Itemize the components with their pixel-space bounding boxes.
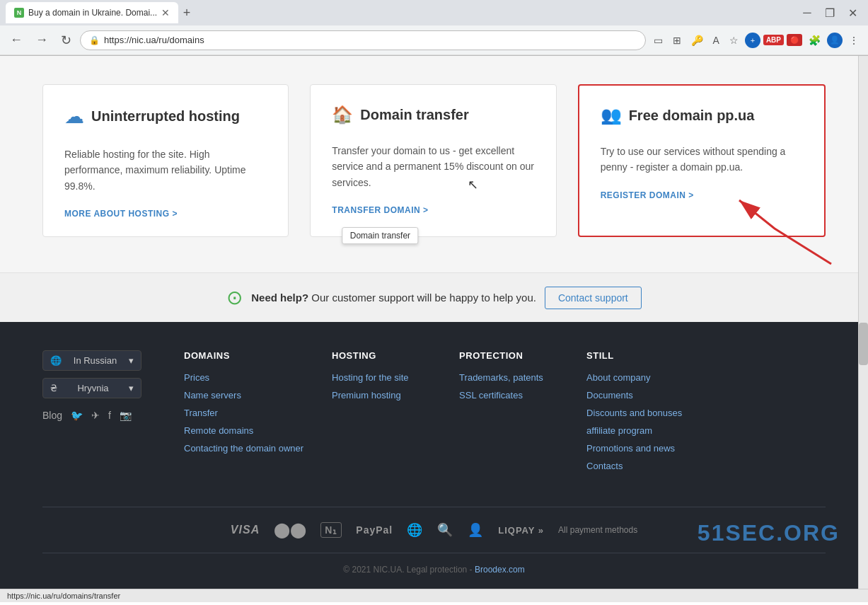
domain-transfer-card: 🏠 Domain transfer Transfer your domain t… [310,84,556,237]
footer-link-nameservers[interactable]: Name servers [184,390,303,401]
instagram-link[interactable]: 📷 [120,410,132,421]
status-url: https://nic.ua/ru/domains/transfer [7,592,120,600]
currency-icon: ₴ [50,383,57,393]
mastercard-logo: ⬤⬤ [274,522,306,538]
footer-top: 🌐 In Russian ▾ ₴ Hryvnia ▾ Blog 🐦 ✈ f 📷 [42,350,826,478]
domains-heading: DOMAINS [184,350,303,361]
broodex-link[interactable]: Broodex.com [475,565,525,575]
extensions-button[interactable]: 🧩 [805,33,824,48]
browser-content: ☁ Uninterrupted hosting Reliable hosting… [0,56,868,589]
maximize-button[interactable]: ❐ [820,3,840,23]
lang-label: In Russian [74,355,117,366]
telegram-link[interactable]: ✈ [91,410,100,421]
footer-link-hosting-site[interactable]: Hosting for the site [332,372,431,383]
free-domain-title: Free domain pp.ua [629,108,755,124]
hosting-heading: HOSTING [332,350,431,361]
extension-button-1[interactable]: + [745,33,760,48]
lang-chevron-icon: ▾ [129,355,134,366]
footer-link-discounts[interactable]: Discounts and bonuses [586,408,685,418]
footer-link-remote[interactable]: Remote domains [184,425,303,436]
currency-selector[interactable]: ₴ Hryvnia ▾ [42,378,141,398]
footer-link-transfer[interactable]: Transfer [184,408,303,418]
footer: 🌐 In Russian ▾ ₴ Hryvnia ▾ Blog 🐦 ✈ f 📷 [0,322,868,589]
help-bar: ⊙ Need help? Our customer support will b… [0,272,868,322]
globe-icon: 🌐 [50,355,62,366]
title-bar: N Buy a domain in Ukraine. Domai... ✕ + … [0,0,868,25]
translate-button[interactable]: A [710,33,723,48]
tab-grid-button[interactable]: ⊞ [669,33,685,48]
footer-link-affiliate[interactable]: affiliate program [586,425,685,436]
logo-7: 👤 [468,522,484,538]
back-button[interactable]: ← [6,30,27,50]
profile-button[interactable]: 👤 [827,33,843,48]
footer-link-premium-hosting[interactable]: Premium hosting [332,390,431,401]
extension-button-abp[interactable]: ABP [763,35,784,45]
n1-logo: N₁ [320,522,342,538]
reload-button[interactable]: ↻ [57,30,76,51]
hosting-card-text: Reliable hosting for the site. High perf… [64,146,267,194]
window-controls: ─ ❐ ✕ [797,3,862,23]
footer-link-prices[interactable]: Prices [184,372,303,383]
footer-col-hosting: HOSTING Hosting for the site Premium hos… [332,350,431,478]
help-text-rest: Our customer support will be happy to he… [308,292,536,304]
address-bar[interactable]: 🔒 [80,30,646,50]
key-button[interactable]: 🔑 [688,33,707,48]
twitter-link[interactable]: 🐦 [71,410,83,421]
more-hosting-link[interactable]: MORE ABOUT HOSTING > [64,209,178,219]
footer-link-documents[interactable]: Documents [586,390,685,401]
help-text: Need help? Our customer support will be … [251,292,536,304]
need-help-bold: Need help? [251,292,308,304]
footer-link-trademarks[interactable]: Trademarks, patents [459,372,558,383]
transfer-domain-link[interactable]: TRANSFER DOMAIN > [332,205,428,215]
forward-button[interactable]: → [31,30,52,50]
still-heading: STILL [586,350,685,361]
footer-col-still: STILL About company Documents Discounts … [586,350,685,478]
free-domain-card: 👥 Free domain pp.ua Try to use our servi… [578,84,826,237]
contact-support-button[interactable]: Contact support [545,287,642,309]
logo-5: 🌐 [407,522,423,538]
footer-link-promotions[interactable]: Promotions and news [586,443,685,454]
bookmark-button[interactable]: ☆ [726,33,742,48]
blog-link[interactable]: Blog [42,410,62,421]
domain-transfer-text: Transfer your domain to us - get excelle… [332,143,534,190]
protection-heading: PROTECTION [459,350,558,361]
scrollbar[interactable] [858,56,868,589]
footer-link-contacting[interactable]: Contacting the domain owner [184,443,303,454]
new-tab-button[interactable]: + [178,4,195,21]
social-links: Blog 🐦 ✈ f 📷 [42,410,156,421]
register-domain-link[interactable]: REGISTER DOMAIN > [601,190,694,200]
all-payment-methods: All payment methods [558,525,637,535]
facebook-link[interactable]: f [108,410,111,421]
language-selector[interactable]: 🌐 In Russian ▾ [42,350,141,371]
lock-icon: 🔒 [89,35,100,45]
main-section: ☁ Uninterrupted hosting Reliable hosting… [0,56,868,272]
close-button[interactable]: ✕ [843,3,862,23]
card-title-row: ☁ Uninterrupted hosting [64,105,267,137]
tab-close-button[interactable]: ✕ [161,7,170,18]
help-icon: ⊙ [226,286,243,309]
home-icon: 🏠 [332,105,353,125]
extension-button-3[interactable]: 🔴 [787,34,802,46]
hosting-card-title: Uninterrupted hosting [91,108,240,125]
menu-button[interactable]: ⋮ [845,33,862,48]
tab-title: Buy a domain in Ukraine. Domai... [28,8,157,18]
url-input[interactable] [104,35,637,45]
browser-chrome: N Buy a domain in Ukraine. Domai... ✕ + … [0,0,868,56]
browser-tab[interactable]: N Buy a domain in Ukraine. Domai... ✕ [6,2,178,23]
footer-link-ssl[interactable]: SSL certificates [459,390,558,401]
paypal-logo: PayPal [356,524,393,536]
scrollbar-thumb[interactable] [859,323,868,365]
payment-row: VISA ⬤⬤ N₁ PayPal 🌐 🔍 👤 LIQPAY » All pay… [42,507,826,553]
copyright-text: © 2021 NIC.UA. Legal protection - [343,565,472,575]
domain-transfer-tooltip: Domain transfer [342,227,418,244]
transfer-link-wrap: TRANSFER DOMAIN > Domain transfer [332,203,428,216]
cursor-icon: ↖ [468,177,478,192]
cloud-icon: ☁ [64,105,84,128]
footer-bottom: © 2021 NIC.UA. Legal protection - Broode… [42,565,826,575]
footer-link-about[interactable]: About company [586,372,685,383]
screen-cast-button[interactable]: ▭ [650,33,666,48]
minimize-button[interactable]: ─ [797,3,817,23]
visa-logo: VISA [231,524,260,536]
footer-link-contacts[interactable]: Contacts [586,461,685,471]
free-domain-text: Try to use our services without spending… [601,144,803,175]
